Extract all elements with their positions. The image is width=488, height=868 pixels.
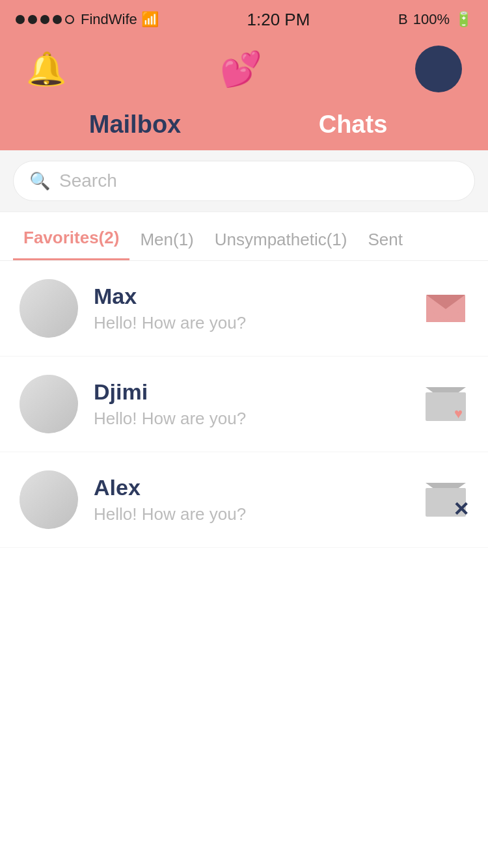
bluetooth-icon: B: [398, 11, 408, 28]
avatar-placeholder: [20, 279, 78, 338]
message-content: Alex Hello! How are you?: [94, 475, 423, 524]
list-item[interactable]: Max Hello! How are you?: [0, 261, 488, 357]
signal-dot-4: [53, 15, 62, 24]
filter-tab-sent[interactable]: Sent: [357, 214, 413, 260]
wifi-icon: 📶: [141, 11, 159, 28]
message-preview: Hello! How are you?: [94, 409, 423, 429]
avatar: [20, 375, 78, 433]
envelope-flap-right: [444, 308, 465, 322]
search-box[interactable]: 🔍 Search: [13, 161, 475, 201]
search-icon: 🔍: [29, 171, 50, 191]
filter-tab-unsympathetic[interactable]: Unsympathetic(1): [204, 214, 358, 260]
message-status-icon: [423, 286, 468, 331]
tab-chats[interactable]: Chats: [244, 104, 462, 150]
signal-dot-3: [40, 15, 49, 24]
signal-dot-2: [28, 15, 37, 24]
list-item[interactable]: Djimi Hello! How are you? ♥: [0, 357, 488, 452]
contact-name: Djimi: [94, 379, 423, 405]
x-badge-icon: ✕: [453, 500, 472, 519]
signal-dot-1: [16, 15, 25, 24]
message-preview: Hello! How are you?: [94, 313, 423, 333]
contact-name: Max: [94, 284, 423, 309]
status-bar: FindWife 📶 1:20 PM B 100% 🔋: [0, 0, 488, 39]
app-header: 🔔 💕 Mailbox Chats: [0, 39, 488, 150]
message-preview: Hello! How are you?: [94, 504, 423, 524]
envelope-flap-top: [426, 295, 465, 309]
search-container: 🔍 Search: [0, 150, 488, 212]
nav-tabs: Mailbox Chats: [26, 104, 462, 150]
status-time: 1:20 PM: [247, 10, 310, 30]
carrier-name: FindWife: [81, 11, 137, 28]
heart-badge-icon: ♥: [454, 407, 470, 421]
message-content: Max Hello! How are you?: [94, 284, 423, 333]
avatar-placeholder: [20, 375, 78, 433]
avatar: [20, 470, 78, 529]
bell-icon[interactable]: 🔔: [26, 53, 66, 85]
signal-dots: [16, 15, 74, 24]
message-content: Djimi Hello! How are you?: [94, 379, 423, 429]
app-icons-row: 🔔 💕: [26, 46, 462, 104]
search-placeholder[interactable]: Search: [59, 170, 459, 191]
filter-tab-favorites[interactable]: Favorites(2): [13, 212, 129, 260]
filter-tabs: Favorites(2) Men(1) Unsympathetic(1) Sen…: [0, 212, 488, 261]
contact-name: Alex: [94, 475, 423, 500]
list-item[interactable]: Alex Hello! How are you? ✕: [0, 452, 488, 548]
gray-x-envelope-icon: ✕: [426, 483, 466, 517]
filter-tab-men[interactable]: Men(1): [129, 214, 204, 260]
heart-logo-icon[interactable]: 💕: [220, 52, 262, 86]
pink-envelope-icon: [426, 295, 465, 322]
status-right: B 100% 🔋: [398, 11, 472, 28]
avatar-placeholder: [20, 470, 78, 529]
gray-heart-envelope-icon: ♥: [426, 387, 466, 421]
battery-percent: 100%: [413, 11, 450, 28]
signal-dot-5: [65, 15, 74, 24]
avatar: [20, 279, 78, 338]
tab-mailbox[interactable]: Mailbox: [26, 104, 244, 150]
profile-circle[interactable]: [415, 46, 462, 92]
message-status-icon: ✕: [423, 477, 468, 522]
status-left: FindWife 📶: [16, 11, 159, 28]
message-list: Max Hello! How are you? Djimi Hello! How…: [0, 261, 488, 847]
message-status-icon: ♥: [423, 381, 468, 427]
battery-icon: 🔋: [455, 11, 472, 28]
